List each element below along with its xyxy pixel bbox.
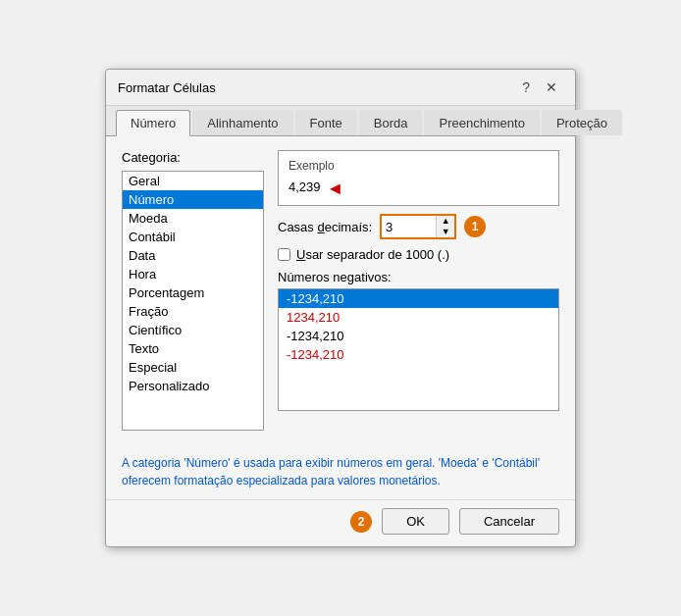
neg-numbers-list[interactable]: -1234,210 1234,210 -1234,210 -1234,210 xyxy=(278,288,559,411)
separator-label: Usar separador de 1000 (.) xyxy=(296,247,449,262)
close-button[interactable]: ✕ xyxy=(540,77,563,97)
example-label: Exemplo xyxy=(288,159,549,173)
tab-fonte[interactable]: Fonte xyxy=(295,110,357,135)
category-item-porcentagem[interactable]: Porcentagem xyxy=(123,283,263,302)
category-item-cientifico[interactable]: Científico xyxy=(123,321,263,339)
description-area: A categoria 'Número' é usada para exibir… xyxy=(106,444,575,499)
example-box: Exemplo 4,239 ◄ xyxy=(278,150,559,206)
casas-decimais-input[interactable] xyxy=(382,218,436,236)
negative-numbers-label: Números negativos: xyxy=(278,270,559,284)
tab-content: Categoria: Geral Número Moeda Contábil D… xyxy=(106,136,575,444)
category-item-personalizado[interactable]: Personalizado xyxy=(123,377,263,395)
tab-borda[interactable]: Borda xyxy=(359,110,423,135)
help-button[interactable]: ? xyxy=(516,77,536,97)
casas-decimais-row: Casas decimaís: ▲ ▼ 1 xyxy=(278,214,559,239)
category-list[interactable]: Geral Número Moeda Contábil Data Hora Po… xyxy=(122,171,264,431)
category-item-fracao[interactable]: Fração xyxy=(123,302,263,321)
ok-button[interactable]: OK xyxy=(382,508,449,535)
category-item-numero[interactable]: Número xyxy=(123,190,263,209)
footer: 2 OK Cancelar xyxy=(106,499,575,546)
category-item-contabil[interactable]: Contábil xyxy=(123,228,263,246)
neg-item-2[interactable]: 1234,210 xyxy=(279,308,558,327)
category-item-data[interactable]: Data xyxy=(123,246,263,265)
category-item-geral[interactable]: Geral xyxy=(123,172,263,190)
casas-decimais-label: Casas decimaís: xyxy=(278,220,372,234)
separator-row: Usar separador de 1000 (.) xyxy=(278,247,559,262)
badge-1: 1 xyxy=(464,216,486,237)
tab-bar: Número Alinhamento Fonte Borda Preenchim… xyxy=(106,106,575,136)
spinner-down-btn[interactable]: ▼ xyxy=(437,227,454,237)
category-item-especial[interactable]: Especial xyxy=(123,358,263,377)
category-label: Categoria: xyxy=(122,150,264,165)
spinner-buttons: ▲ ▼ xyxy=(436,216,454,237)
tab-alinhamento[interactable]: Alinhamento xyxy=(192,110,292,135)
neg-item-3[interactable]: -1234,210 xyxy=(279,327,558,345)
neg-item-1[interactable]: -1234,210 xyxy=(279,289,558,308)
badge-2: 2 xyxy=(350,511,372,533)
main-area: Categoria: Geral Número Moeda Contábil D… xyxy=(122,150,559,431)
right-panel: Exemplo 4,239 ◄ Casas decimaís: ▲ ▼ xyxy=(278,150,559,431)
tab-numero[interactable]: Número xyxy=(116,110,190,136)
tab-preenchimento[interactable]: Preenchimento xyxy=(424,110,539,135)
casas-decimais-spinner[interactable]: ▲ ▼ xyxy=(380,214,456,239)
example-value: 4,239 xyxy=(288,180,321,194)
category-item-moeda[interactable]: Moeda xyxy=(123,209,263,228)
cancel-button[interactable]: Cancelar xyxy=(459,508,559,535)
category-item-hora[interactable]: Hora xyxy=(123,265,263,283)
dialog-title: Formatar Células xyxy=(118,80,216,95)
category-list-container: Geral Número Moeda Contábil Data Hora Po… xyxy=(122,171,264,431)
separator-checkbox[interactable] xyxy=(278,248,290,261)
title-bar-controls: ? ✕ xyxy=(516,77,563,97)
negative-numbers-section: Números negativos: -1234,210 1234,210 -1… xyxy=(278,270,559,411)
tab-protecao[interactable]: Proteção xyxy=(542,110,622,135)
arrow-icon: ◄ xyxy=(327,179,344,199)
format-cells-dialog: Formatar Células ? ✕ Número Alinhamento … xyxy=(105,69,576,547)
description-text: A categoria 'Número' é usada para exibir… xyxy=(122,456,540,488)
neg-numbers-list-container: -1234,210 1234,210 -1234,210 -1234,210 xyxy=(278,288,559,411)
title-bar: Formatar Células ? ✕ xyxy=(106,70,575,106)
neg-item-4[interactable]: -1234,210 xyxy=(279,345,558,364)
spinner-up-btn[interactable]: ▲ xyxy=(437,216,454,227)
category-item-texto[interactable]: Texto xyxy=(123,339,263,358)
category-panel: Categoria: Geral Número Moeda Contábil D… xyxy=(122,150,264,431)
